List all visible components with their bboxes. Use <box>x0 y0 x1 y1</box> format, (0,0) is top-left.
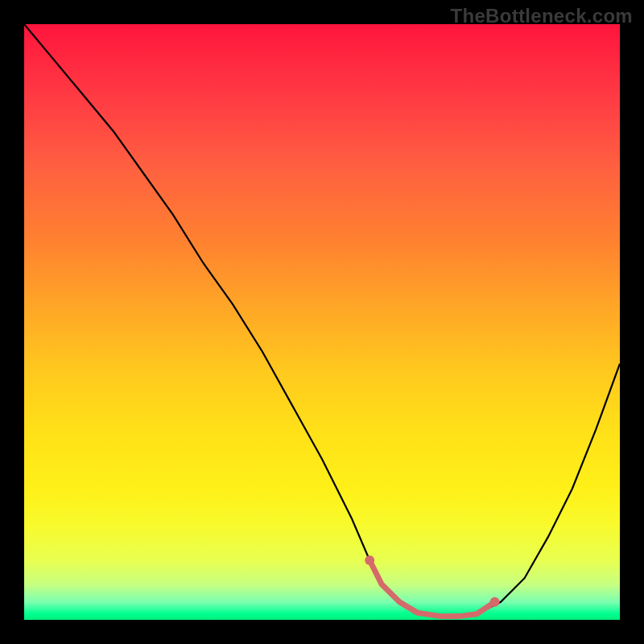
chart-canvas: TheBottleneck.com <box>0 0 644 644</box>
highlight-region <box>24 24 620 620</box>
plot-area <box>24 24 620 620</box>
watermark-text: TheBottleneck.com <box>451 5 633 27</box>
highlight-dot-icon <box>365 555 374 565</box>
highlight-dot-icon <box>490 597 500 607</box>
